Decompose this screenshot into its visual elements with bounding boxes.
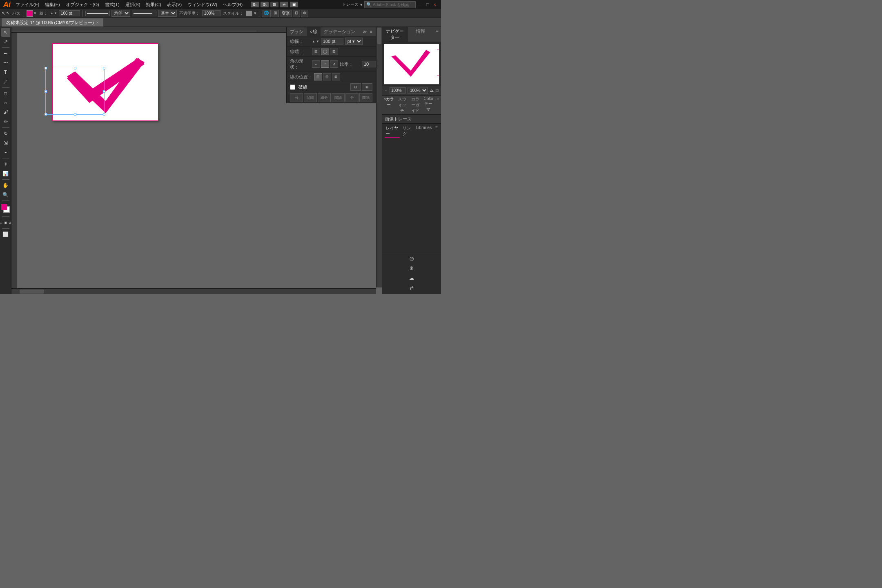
- search-input[interactable]: [373, 2, 414, 7]
- info-tab[interactable]: 情報: [408, 27, 434, 42]
- trace-dropdown[interactable]: トレース ▾: [342, 2, 363, 7]
- artboard-tool[interactable]: ⬜: [1, 230, 10, 239]
- panel-options-icon[interactable]: ≡: [368, 29, 374, 35]
- width-down[interactable]: ▼: [316, 40, 319, 43]
- panel-tool-1[interactable]: ◷: [406, 254, 417, 263]
- globe-icon[interactable]: 🌐: [262, 10, 271, 17]
- foreground-swatch[interactable]: [1, 204, 7, 210]
- panel-menu-icon[interactable]: ≫: [362, 29, 368, 35]
- bottom-panel-menu[interactable]: ≡: [435, 96, 441, 114]
- ratio-input[interactable]: [362, 61, 376, 67]
- symbol-sprayer-tool[interactable]: ✳: [1, 160, 10, 169]
- fit-view-icon[interactable]: ⊡: [435, 88, 439, 93]
- brush-tab[interactable]: ブラシ: [287, 27, 307, 36]
- bb-handle-ml[interactable]: [45, 90, 47, 93]
- fill-mode-btn[interactable]: □: [0, 218, 3, 227]
- navigator-tab[interactable]: ナビゲーター: [382, 27, 408, 42]
- menu-view[interactable]: 表示(V): [165, 1, 185, 9]
- gradient-tab[interactable]: グラデーション: [321, 27, 359, 36]
- butt-cap-btn[interactable]: ⊟: [312, 48, 320, 55]
- libraries-tab[interactable]: Libraries: [415, 125, 433, 138]
- horizontal-scrollbar[interactable]: [11, 288, 376, 294]
- outside-stroke-btn[interactable]: ⊠: [332, 73, 340, 80]
- layer-panel-menu[interactable]: ≡: [434, 125, 439, 138]
- equal-select[interactable]: 均等: [111, 10, 130, 17]
- dash-seg-2[interactable]: 間隔: [304, 93, 317, 102]
- pencil-tool[interactable]: ✏: [1, 117, 10, 126]
- warp-tool[interactable]: ⌢: [1, 148, 10, 157]
- zoom-tool[interactable]: 🔍: [1, 190, 10, 199]
- zoom-input[interactable]: [390, 87, 406, 94]
- style-arrow[interactable]: ▾: [254, 11, 256, 16]
- canvas-area[interactable]: ブラシ ○線 グラデーション ≫ ≡ 線幅： ▲ ▼ pt ▾: [11, 27, 382, 294]
- dash-seg-3[interactable]: 線分: [318, 93, 331, 102]
- grid-view-icon[interactable]: ⊞: [270, 2, 278, 7]
- close-button[interactable]: ×: [432, 2, 438, 7]
- text-tool[interactable]: T: [1, 68, 10, 77]
- round-cap-btn[interactable]: ◯: [321, 48, 329, 55]
- minimize-button[interactable]: —: [417, 2, 423, 7]
- basic-select[interactable]: 基本: [158, 10, 177, 17]
- swatches-tab[interactable]: スウォッチ: [395, 96, 408, 114]
- bb-handle-tl[interactable]: [45, 67, 47, 69]
- line-tool[interactable]: ／: [1, 77, 10, 86]
- panel-tool-4[interactable]: ⇄: [406, 283, 417, 292]
- screen-mode-icon[interactable]: ▣: [290, 2, 298, 7]
- bar-graph-tool[interactable]: 📊: [1, 169, 10, 178]
- stroke-dropdown-arrow[interactable]: ▾: [34, 11, 36, 16]
- pen-tool[interactable]: ✒: [1, 49, 10, 58]
- arrange-icon[interactable]: ⇄: [280, 2, 288, 7]
- round-join-btn[interactable]: ◜: [321, 60, 329, 68]
- search-bar[interactable]: 🔍: [364, 1, 416, 8]
- hand-tool[interactable]: ✋: [1, 181, 10, 190]
- dash-seg-5[interactable]: 分: [345, 93, 359, 102]
- color-theme-tab[interactable]: Color テーマ: [422, 96, 435, 114]
- nav-panel-menu[interactable]: ≡: [434, 27, 441, 42]
- bb-handle-bl[interactable]: [45, 113, 47, 116]
- dash-checkbox[interactable]: [290, 85, 295, 90]
- dash-seg-1[interactable]: 分: [290, 93, 303, 102]
- dash-style-1[interactable]: ⊟: [350, 83, 361, 91]
- grid-icon[interactable]: ⊞: [272, 10, 279, 17]
- stroke-down-arrow[interactable]: ▼: [54, 11, 57, 15]
- bridge-icon[interactable]: Br: [251, 2, 259, 7]
- bevel-join-btn[interactable]: ⊿: [330, 60, 338, 68]
- select-tool[interactable]: ↖: [1, 28, 10, 37]
- zoom-in-icon[interactable]: ⛰: [430, 88, 434, 93]
- menu-select[interactable]: 選択(S): [123, 1, 143, 9]
- menu-effect[interactable]: 効果(C): [143, 1, 163, 9]
- width-unit-select[interactable]: pt ▾: [345, 38, 363, 45]
- panel-tool-3[interactable]: ☁: [406, 274, 417, 283]
- v-scrollbar-thumb[interactable]: [377, 28, 381, 44]
- projecting-cap-btn[interactable]: ⊠: [330, 48, 338, 55]
- menu-edit[interactable]: 編集(E): [42, 1, 62, 9]
- inside-stroke-btn[interactable]: ⊞: [323, 73, 331, 80]
- vertical-scrollbar[interactable]: [376, 27, 382, 287]
- transform-label[interactable]: 変形: [280, 10, 292, 17]
- layers-tab[interactable]: レイヤー: [385, 125, 400, 138]
- miter-join-btn[interactable]: ⌐: [312, 60, 320, 68]
- stroke-style-bar[interactable]: [85, 11, 110, 16]
- menu-file[interactable]: ファイル(F): [13, 1, 42, 9]
- document-tab[interactable]: 名称未設定-1* @ 100% (CMYK/プレビュー) ×: [2, 18, 103, 27]
- rect-tool[interactable]: □: [1, 89, 10, 98]
- tab-close-button[interactable]: ×: [96, 20, 99, 25]
- menu-object[interactable]: オブジェクト(O): [63, 1, 102, 9]
- stroke-tab[interactable]: ○線: [307, 27, 321, 36]
- gradient-btn[interactable]: ▣: [4, 218, 8, 227]
- menu-help[interactable]: ヘルプ(H): [220, 1, 245, 9]
- rotate-tool[interactable]: ↻: [1, 129, 10, 138]
- width-input[interactable]: [321, 38, 343, 45]
- panel-tool-2[interactable]: ❋: [406, 264, 417, 273]
- curvature-tool[interactable]: 〜: [1, 58, 10, 67]
- zoom-out-icon[interactable]: －: [384, 88, 388, 94]
- stroke-up-arrow[interactable]: ▲: [50, 11, 53, 15]
- paintbrush-tool[interactable]: 🖌: [1, 108, 10, 117]
- maximize-button[interactable]: □: [425, 2, 430, 7]
- align-icon[interactable]: ⊟: [293, 10, 300, 17]
- stroke-width-input[interactable]: [59, 10, 80, 16]
- color-guide-tab[interactable]: カラーガイド: [409, 96, 422, 114]
- color-tab[interactable]: ○カラー: [382, 96, 395, 114]
- links-tab[interactable]: リンク: [401, 125, 413, 138]
- menu-window[interactable]: ウィンドウ(W): [185, 1, 220, 9]
